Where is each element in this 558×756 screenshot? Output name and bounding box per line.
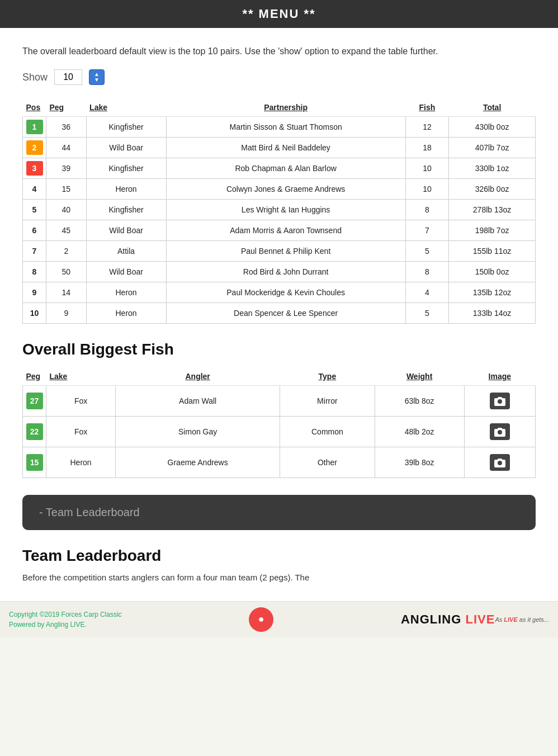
- td-bf-pos: 15: [23, 447, 46, 478]
- td-bf-image[interactable]: [464, 417, 535, 447]
- table-row: 27 Fox Adam Wall Mirror 63lb 8oz: [23, 386, 536, 417]
- td-peg: 15: [46, 179, 87, 200]
- team-section-title: Team Leaderboard: [22, 547, 536, 565]
- col-total: Total: [449, 98, 536, 117]
- td-bf-weight: 48lb 2oz: [375, 417, 464, 447]
- show-control: Show ▲ ▼: [22, 69, 536, 85]
- pos-badge: 9: [26, 285, 43, 300]
- td-partnership: Dean Spencer & Lee Spencer: [166, 303, 405, 324]
- bf-col-image: Image: [464, 367, 535, 386]
- td-bf-lake: Fox: [46, 417, 116, 447]
- camera-icon[interactable]: [490, 454, 510, 471]
- td-bf-lake: Heron: [46, 447, 116, 478]
- team-leaderboard-button[interactable]: - Team Leaderboard: [22, 495, 536, 530]
- footer-record-button[interactable]: ●: [249, 607, 273, 632]
- td-total: 135lb 12oz: [449, 282, 536, 303]
- td-lake: Heron: [86, 179, 166, 200]
- td-lake: Wild Boar: [86, 262, 166, 282]
- td-bf-weight: 63lb 8oz: [375, 386, 464, 417]
- td-pos: 6: [23, 220, 46, 241]
- td-bf-type: Common: [280, 417, 375, 447]
- table-row: 2 44 Wild Boar Matt Bird & Neil Baddeley…: [23, 138, 536, 158]
- td-partnership: Matt Bird & Neil Baddeley: [166, 138, 405, 158]
- td-peg: 45: [46, 220, 87, 241]
- td-total: 278lb 13oz: [449, 200, 536, 220]
- td-total: 326lb 0oz: [449, 179, 536, 200]
- show-spinner[interactable]: ▲ ▼: [89, 69, 105, 85]
- td-pos: 5: [23, 200, 46, 220]
- table-row: 1 36 Kingfisher Martin Sisson & Stuart T…: [23, 117, 536, 138]
- td-partnership: Les Wright & Ian Huggins: [166, 200, 405, 220]
- td-total: 330lb 1oz: [449, 158, 536, 179]
- col-partnership: Partnership: [166, 98, 405, 117]
- td-peg: 40: [46, 200, 87, 220]
- td-fish: 10: [405, 179, 448, 200]
- bf-pos-badge: 15: [26, 454, 43, 471]
- td-total: 407lb 7oz: [449, 138, 536, 158]
- bf-col-angler: Angler: [116, 367, 280, 386]
- leaderboard-description: The overall leaderboard default view is …: [22, 45, 536, 58]
- td-peg: 14: [46, 282, 87, 303]
- angling-live-logo: ANGLING LIVE As LIVE as it gets...: [401, 612, 549, 627]
- td-partnership: Colwyn Jones & Graeme Andrews: [166, 179, 405, 200]
- td-partnership: Rod Bird & John Durrant: [166, 262, 405, 282]
- td-peg: 2: [46, 241, 87, 262]
- table-row: 15 Heron Graeme Andrews Other 39lb 8oz: [23, 447, 536, 478]
- bf-col-peg: Peg: [23, 367, 46, 386]
- td-lake: Kingfisher: [86, 117, 166, 138]
- col-fish: Fish: [405, 98, 448, 117]
- camera-icon[interactable]: [490, 393, 510, 409]
- pos-badge: 1: [26, 120, 43, 134]
- td-bf-image[interactable]: [464, 447, 535, 478]
- td-bf-type: Mirror: [280, 386, 375, 417]
- bf-col-lake: Lake: [46, 367, 116, 386]
- biggest-fish-title: Overall Biggest Fish: [22, 341, 536, 358]
- td-lake: Heron: [86, 282, 166, 303]
- table-row: 3 39 Kingfisher Rob Chapman & Alan Barlo…: [23, 158, 536, 179]
- menu-header: ** MENU **: [0, 0, 558, 28]
- footer-copyright: Copyright ©2019 Forces Carp Classic Powe…: [9, 609, 122, 630]
- td-fish: 12: [405, 117, 448, 138]
- td-partnership: Rob Chapman & Alan Barlow: [166, 158, 405, 179]
- bf-col-weight: Weight: [375, 367, 464, 386]
- td-bf-type: Other: [280, 447, 375, 478]
- team-leaderboard-btn-label: - Team Leaderboard: [39, 506, 140, 518]
- pos-badge: 2: [26, 140, 43, 155]
- td-bf-angler: Graeme Andrews: [116, 447, 280, 478]
- td-fish: 4: [405, 282, 448, 303]
- td-peg: 9: [46, 303, 87, 324]
- camera-icon[interactable]: [490, 423, 510, 440]
- main-content: The overall leaderboard default view is …: [0, 28, 558, 601]
- td-lake: Attila: [86, 241, 166, 262]
- td-bf-pos: 27: [23, 386, 46, 417]
- td-fish: 5: [405, 241, 448, 262]
- td-bf-image[interactable]: [464, 386, 535, 417]
- td-fish: 10: [405, 158, 448, 179]
- col-lake: Lake: [86, 98, 166, 117]
- leaderboard-table: Pos Peg Lake Partnership Fish Total 1 36…: [22, 98, 536, 324]
- td-lake: Kingfisher: [86, 200, 166, 220]
- td-pos: 8: [23, 262, 46, 282]
- td-peg: 39: [46, 158, 87, 179]
- td-partnership: Adam Morris & Aaron Townsend: [166, 220, 405, 241]
- pos-badge: 5: [26, 202, 43, 217]
- td-bf-angler: Simon Gay: [116, 417, 280, 447]
- show-label: Show: [22, 72, 48, 83]
- td-peg: 44: [46, 138, 87, 158]
- td-fish: 7: [405, 220, 448, 241]
- table-row: 4 15 Heron Colwyn Jones & Graeme Andrews…: [23, 179, 536, 200]
- show-input[interactable]: [54, 69, 82, 85]
- team-section: Team Leaderboard Before the competition …: [22, 547, 536, 584]
- td-pos: 7: [23, 241, 46, 262]
- col-peg: Peg: [46, 98, 87, 117]
- td-bf-weight: 39lb 8oz: [375, 447, 464, 478]
- table-row: 9 14 Heron Paul Mockeridge & Kevin Choul…: [23, 282, 536, 303]
- team-description: Before the competition starts anglers ca…: [22, 571, 536, 584]
- td-total: 155lb 11oz: [449, 241, 536, 262]
- table-row: 22 Fox Simon Gay Common 48lb 2oz: [23, 417, 536, 447]
- td-peg: 50: [46, 262, 87, 282]
- td-bf-pos: 22: [23, 417, 46, 447]
- pos-badge: 3: [26, 161, 43, 176]
- td-pos: 9: [23, 282, 46, 303]
- bf-pos-badge: 22: [26, 423, 43, 440]
